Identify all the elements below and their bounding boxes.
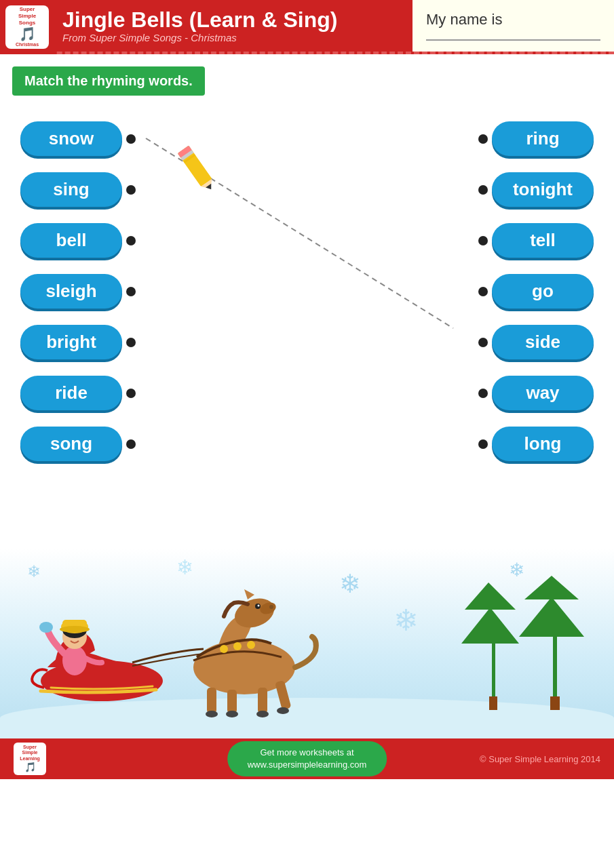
word-pill-song[interactable]: song — [20, 427, 122, 461]
word-pill-ring[interactable]: ring — [492, 121, 594, 156]
svg-rect-32 — [258, 688, 267, 713]
svg-point-36 — [256, 711, 269, 717]
svg-marker-8 — [461, 583, 519, 698]
left-word-sing: sing — [20, 172, 136, 207]
svg-point-25 — [258, 605, 260, 607]
svg-rect-33 — [275, 680, 291, 710]
word-pill-tell[interactable]: tell — [492, 223, 594, 258]
word-pill-long[interactable]: long — [492, 427, 594, 461]
right-word-way: way — [478, 376, 594, 410]
footer-logo-box: SuperSimpleLearning 🎵 — [14, 743, 46, 775]
svg-point-19 — [39, 622, 53, 633]
left-dot-song — [126, 439, 136, 449]
snowflake-4: ❄ — [394, 603, 419, 637]
svg-point-18 — [60, 626, 90, 633]
word-pill-side[interactable]: side — [492, 325, 594, 359]
right-word-tonight: tonight — [478, 172, 594, 207]
page-title: Jingle Bells (Learn & Sing) — [62, 8, 402, 32]
left-word-song: song — [20, 427, 136, 461]
footer-copyright: © Super Simple Learning 2014 — [480, 754, 600, 764]
right-dot-go — [478, 287, 488, 296]
left-word-sleigh: sleigh — [20, 274, 136, 309]
svg-point-28 — [233, 642, 242, 650]
right-dot-way — [478, 389, 488, 398]
sleigh-scene-svg — [14, 562, 339, 718]
matching-area: snow sing bell sleigh bright ride song — [0, 108, 614, 542]
svg-rect-30 — [207, 688, 216, 713]
name-underline — [426, 39, 600, 41]
svg-point-13 — [62, 646, 87, 675]
word-pill-tonight[interactable]: tonight — [492, 172, 594, 207]
right-dot-tell — [478, 236, 488, 245]
trees-svg — [451, 576, 587, 711]
right-word-ring: ring — [478, 121, 594, 156]
snowflake-3: ❄ — [339, 569, 361, 599]
logo-area: SuperSimpleSongs 🎵 Christmas — [0, 0, 54, 54]
right-dot-side — [478, 338, 488, 347]
word-pill-go[interactable]: go — [492, 274, 594, 309]
svg-point-35 — [226, 711, 238, 717]
instruction-bar: Match the rhyming words. — [12, 66, 205, 96]
right-word-side: side — [478, 325, 594, 359]
illustration-area: ❄ ❄ ❄ ❄ ❄ — [0, 549, 614, 738]
right-word-tell: tell — [478, 223, 594, 258]
right-word-long: long — [478, 427, 594, 461]
word-pill-snow[interactable]: snow — [20, 121, 122, 156]
logo-box: SuperSimpleSongs 🎵 Christmas — [5, 5, 49, 49]
footer-line2: www.supersimplelearning.com — [248, 759, 367, 771]
name-label: My name is — [426, 11, 600, 28]
footer-center-text: Get more worksheets at www.supersimplele… — [227, 741, 387, 776]
right-dot-tonight — [478, 185, 488, 195]
left-word-bell: bell — [20, 223, 136, 258]
svg-point-27 — [220, 645, 228, 653]
word-pill-bell[interactable]: bell — [20, 223, 122, 258]
left-word-bright: bright — [20, 325, 136, 359]
svg-point-29 — [247, 641, 255, 649]
right-dot-long — [478, 439, 488, 449]
word-pill-sing[interactable]: sing — [20, 172, 122, 207]
word-pill-bright[interactable]: bright — [20, 325, 122, 359]
left-dot-ride — [126, 389, 136, 398]
left-dot-sleigh — [126, 287, 136, 296]
page-subtitle: From Super Simple Songs - Christmas — [62, 32, 402, 43]
left-word-snow: snow — [20, 121, 136, 156]
left-dot-bright — [126, 338, 136, 347]
right-word-column: ring tonight tell go side way long — [478, 108, 594, 471]
word-pill-way[interactable]: way — [492, 376, 594, 410]
svg-marker-26 — [244, 589, 254, 599]
right-word-go: go — [478, 274, 594, 309]
svg-point-23 — [269, 605, 273, 609]
svg-rect-9 — [489, 696, 497, 710]
svg-rect-11 — [550, 696, 560, 710]
pencil-icon — [159, 131, 234, 206]
name-box: My name is — [410, 0, 614, 52]
page-footer: SuperSimpleLearning 🎵 Get more worksheet… — [0, 738, 614, 779]
page-header: SuperSimpleSongs 🎵 Christmas Jingle Bell… — [0, 0, 614, 54]
header-text-area: Jingle Bells (Learn & Sing) From Super S… — [54, 0, 410, 52]
right-dot-ring — [478, 134, 488, 144]
left-word-ride: ride — [20, 376, 136, 410]
left-dot-sing — [126, 185, 136, 195]
left-word-column: snow sing bell sleigh bright ride song — [20, 108, 136, 471]
svg-marker-10 — [519, 576, 584, 698]
footer-logo: SuperSimpleLearning 🎵 — [14, 743, 46, 775]
svg-rect-31 — [227, 690, 237, 713]
svg-point-37 — [277, 707, 289, 714]
footer-line1: Get more worksheets at — [248, 747, 367, 759]
left-dot-snow — [126, 134, 136, 144]
word-pill-sleigh[interactable]: sleigh — [20, 274, 122, 309]
svg-point-34 — [206, 711, 218, 717]
word-pill-ride[interactable]: ride — [20, 376, 122, 410]
left-dot-bell — [126, 236, 136, 245]
